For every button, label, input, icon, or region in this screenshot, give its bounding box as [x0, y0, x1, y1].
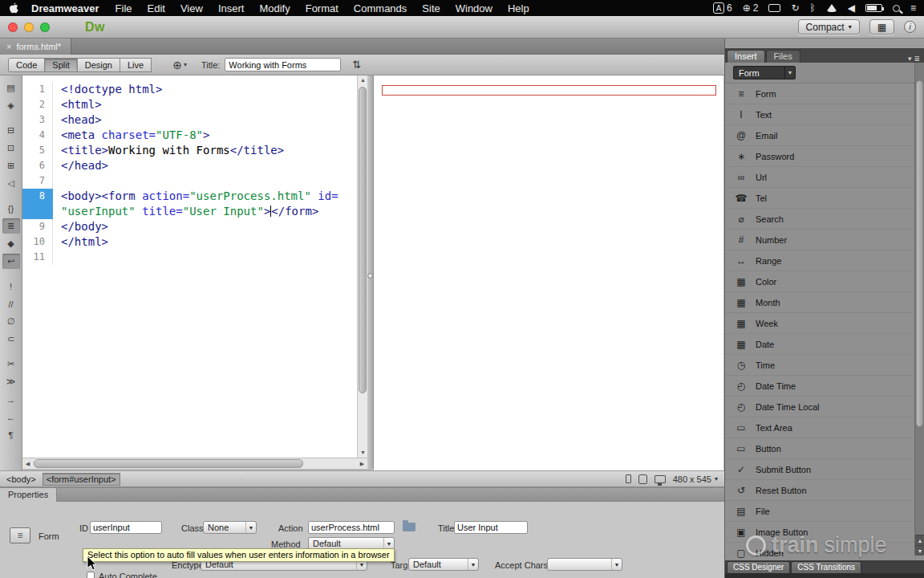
menu-item[interactable]: View: [180, 2, 203, 14]
insert-item[interactable]: ↺ Reset Button: [725, 480, 913, 501]
menu-item[interactable]: Format: [306, 2, 338, 14]
code-line[interactable]: 11: [22, 250, 357, 265]
menu-item[interactable]: Site: [422, 2, 440, 14]
code-line-current-wrap[interactable]: "userInput" title="User Input"></form>: [22, 204, 357, 219]
tag-selector-body[interactable]: <body>: [6, 474, 36, 484]
line-numbers-icon[interactable]: ≣: [2, 218, 20, 234]
insert-item[interactable]: ▤ File: [725, 501, 913, 522]
design-view[interactable]: [374, 75, 723, 470]
expand-all-icon[interactable]: ⊞: [2, 158, 20, 173]
browse-folder-icon[interactable]: [403, 523, 415, 531]
code-line[interactable]: 6 </head>: [22, 158, 357, 173]
insert-item[interactable]: ▦ Date: [725, 334, 913, 355]
code-line[interactable]: 1 <!doctype html>: [22, 82, 357, 97]
menu-item[interactable]: Edit: [148, 2, 165, 14]
tab-properties[interactable]: Properties: [0, 488, 57, 502]
code-line[interactable]: 9 </body>: [22, 219, 357, 234]
format-source-icon[interactable]: ¶: [2, 427, 20, 442]
menu-item[interactable]: Window: [456, 2, 492, 14]
target-select[interactable]: Default ▼: [408, 558, 479, 571]
zoom-window-button[interactable]: [40, 22, 50, 32]
code-line[interactable]: 7: [22, 173, 357, 189]
notification-center-icon[interactable]: ≡: [910, 2, 916, 14]
tablet-size-icon[interactable]: [638, 474, 647, 484]
title-field[interactable]: [454, 521, 528, 534]
code-vertical-scrollbar[interactable]: ▲ ▼: [357, 75, 367, 458]
code-line[interactable]: 10 </html>: [22, 234, 357, 250]
close-window-button[interactable]: [8, 22, 18, 32]
scrollbar-thumb[interactable]: [916, 80, 923, 427]
menu-item[interactable]: Modify: [259, 2, 290, 14]
minimize-window-button[interactable]: [24, 22, 34, 32]
scroll-up-icon[interactable]: ▲: [915, 535, 924, 545]
bluetooth-icon[interactable]: ᛒ: [810, 2, 816, 14]
close-tab-icon[interactable]: ×: [6, 42, 11, 51]
collapse-selection-icon[interactable]: ⊡: [2, 140, 20, 156]
highlight-invalid-code-icon[interactable]: ◆: [2, 236, 20, 251]
view-mode-button[interactable]: Code: [8, 58, 45, 72]
remove-comment-icon[interactable]: ∅: [2, 314, 20, 329]
insert-item[interactable]: ▦ Week: [725, 313, 913, 334]
code-navigator-icon[interactable]: ◈: [2, 98, 20, 113]
window-size-selector[interactable]: 480 x 545 ▾: [673, 474, 718, 484]
insert-item[interactable]: ↔ Range: [725, 250, 913, 271]
file-management-icon[interactable]: ⇅: [352, 59, 361, 71]
id-field[interactable]: [90, 521, 162, 534]
insert-item[interactable]: ∗ Password: [725, 146, 913, 167]
volume-icon[interactable]: ◀: [848, 2, 855, 14]
insert-item[interactable]: ◷ Time: [725, 355, 913, 376]
info-button[interactable]: i: [904, 21, 916, 33]
insert-item[interactable]: ☎ Tel: [725, 188, 913, 209]
layout-grid-button[interactable]: ▦: [869, 19, 894, 35]
scroll-down-icon[interactable]: ▼: [915, 545, 924, 556]
select-parent-tag-icon[interactable]: ◁: [2, 176, 20, 191]
mobile-size-icon[interactable]: [626, 474, 631, 483]
accept-charset-select[interactable]: ▼: [547, 558, 622, 571]
tag-selector-form[interactable]: <form#userInput>: [43, 473, 120, 486]
apply-comment-icon[interactable]: //: [2, 296, 20, 311]
view-mode-button[interactable]: Design: [77, 58, 120, 72]
splitter-handle[interactable]: [367, 273, 373, 279]
code-editor[interactable]: 1 <!doctype html> 2 <html> 3 <head> 4 <m…: [22, 75, 357, 458]
form-element-outline[interactable]: [382, 85, 716, 96]
code-line[interactable]: 2 <html>: [22, 97, 357, 112]
bottom-panel-tab[interactable]: CSS Transitions: [791, 561, 861, 573]
insert-item[interactable]: ◴ Date Time Local: [725, 397, 913, 417]
insert-item[interactable]: I Text: [725, 104, 913, 125]
code-line[interactable]: 4 <meta charset="UTF-8">: [22, 128, 357, 143]
move-css-icon[interactable]: ≫: [2, 374, 20, 389]
display-icon[interactable]: [768, 4, 780, 12]
desktop-size-icon[interactable]: [654, 475, 666, 483]
indent-icon[interactable]: →: [2, 392, 20, 407]
wifi-icon[interactable]: [826, 4, 837, 12]
view-mode-button[interactable]: Live: [120, 58, 152, 72]
insert-item[interactable]: ◴ Date Time: [725, 376, 913, 397]
panel-scrollbar[interactable]: ▲ ▼: [914, 63, 924, 556]
live-view-options-button[interactable]: ⊕ ▾: [172, 59, 187, 71]
menu-item[interactable]: File: [116, 2, 132, 14]
insert-item[interactable]: ▦ Color: [725, 271, 913, 292]
insert-item[interactable]: ≡ Form: [725, 83, 913, 104]
insert-item[interactable]: ▦ Month: [725, 292, 913, 313]
balance-braces-icon[interactable]: {}: [2, 201, 20, 216]
collapse-full-tag-icon[interactable]: ⊟: [2, 123, 20, 138]
insert-item[interactable]: ▭ Text Area: [725, 417, 913, 438]
spotlight-icon[interactable]: [893, 5, 900, 12]
syntax-error-alerts-icon[interactable]: !: [2, 279, 20, 294]
panel-menu-button[interactable]: ▾ ≣: [908, 55, 924, 63]
workspace-switcher-button[interactable]: Compact ▾: [798, 19, 860, 35]
class-select[interactable]: None ▼: [203, 521, 257, 534]
insert-item[interactable]: ⌀ Search: [725, 209, 913, 230]
open-documents-icon[interactable]: ▤: [2, 80, 20, 96]
insert-item[interactable]: ∞ Url: [725, 167, 913, 188]
scrollbar-thumb[interactable]: [34, 459, 303, 468]
battery-icon[interactable]: [865, 4, 882, 12]
scroll-right-icon[interactable]: ▶: [357, 458, 367, 470]
outdent-icon[interactable]: ←: [2, 409, 20, 425]
code-line[interactable]: 5 <title>Working with Forms</title>: [22, 143, 357, 158]
view-mode-button[interactable]: Split: [44, 58, 77, 72]
insert-item[interactable]: ▣ Image Button: [725, 522, 913, 543]
code-horizontal-scrollbar[interactable]: ◀ ▶: [22, 458, 367, 469]
code-line-current[interactable]: 8 <body><form action="userProcess.html" …: [22, 189, 357, 204]
auto-complete-checkbox[interactable]: [87, 572, 95, 578]
